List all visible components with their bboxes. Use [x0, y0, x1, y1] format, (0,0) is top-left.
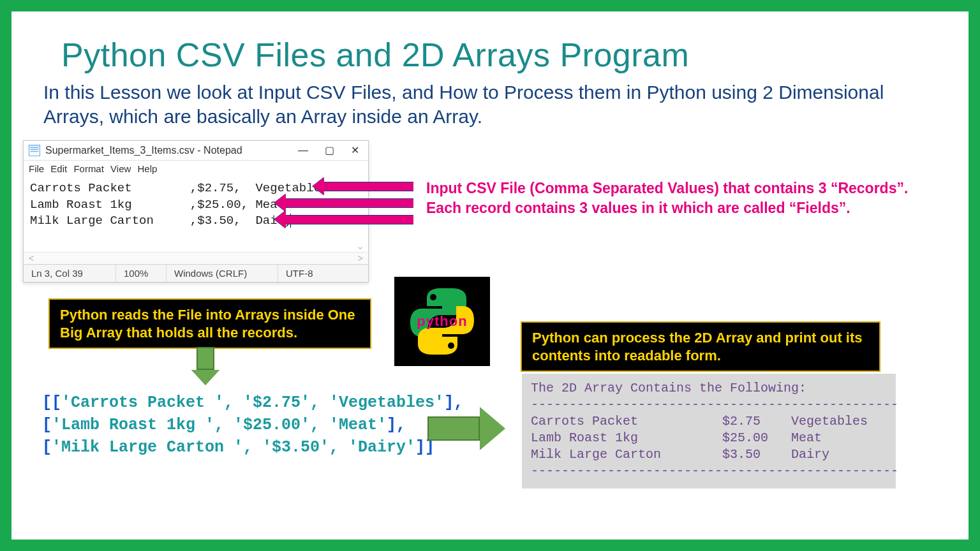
notepad-title: Supermarket_Items_3_Items.csv - Notepad [45, 145, 242, 156]
program-output: The 2D Array Contains the Following: ---… [522, 374, 896, 489]
menu-format[interactable]: Format [73, 163, 104, 174]
page-title: Python CSV Files and 2D Arrays Program [61, 36, 689, 74]
maximize-icon[interactable]: ▢ [325, 144, 334, 156]
notepad-statusbar: Ln 3, Col 39 100% Windows (CRLF) UTF-8 [24, 264, 368, 282]
arrow-record-3 [286, 215, 413, 224]
svg-point-1 [448, 342, 454, 349]
array-row-2: ['Lamb Roast 1kg ', '$25.00', 'Meat'], [42, 414, 463, 436]
slide-body: Python CSV Files and 2D Arrays Program I… [11, 11, 969, 540]
menu-edit[interactable]: Edit [50, 163, 67, 174]
python-logo: python [394, 277, 490, 366]
callout-process-print: Python can process the 2D Array and prin… [521, 321, 880, 372]
notepad-icon [29, 145, 40, 156]
arrow-record-2 [286, 198, 413, 208]
status-eol: Windows (CRLF) [167, 265, 278, 282]
scroll-hint: ⌄ [24, 242, 368, 252]
notepad-window: Supermarket_Items_3_Items.csv - Notepad … [23, 140, 369, 283]
menu-file[interactable]: File [29, 163, 44, 174]
slide-frame: Python CSV Files and 2D Arrays Program I… [0, 0, 980, 551]
array-row-3: ['Milk Large Carton ', '$3.50', 'Dairy']… [42, 436, 463, 459]
window-controls: — ▢ ✕ [298, 144, 363, 156]
close-icon[interactable]: ✕ [351, 144, 359, 156]
csv-explanation: Input CSV File (Comma Separated Values) … [426, 179, 917, 218]
menu-help[interactable]: Help [137, 163, 157, 174]
horizontal-scrollbar[interactable]: <> [24, 252, 368, 264]
page-subtitle: In this Lesson we look at Input CSV File… [43, 80, 911, 128]
arrow-record-1 [324, 182, 413, 191]
status-encoding: UTF-8 [278, 265, 368, 282]
arrow-right-icon [427, 407, 505, 450]
notepad-titlebar: Supermarket_Items_3_Items.csv - Notepad … [24, 141, 368, 161]
csv-line-3: Milk Large Carton ,$3.50, Dairy [30, 214, 292, 228]
array-literal: [['Carrots Packet ', '$2.75', 'Vegetable… [42, 392, 463, 459]
csv-line-2: Lamb Roast 1kg ,$25.00, Meat [30, 198, 285, 212]
array-row-1: [['Carrots Packet ', '$2.75', 'Vegetable… [42, 392, 463, 414]
menu-view[interactable]: View [110, 163, 131, 174]
arrow-down-icon [191, 347, 219, 385]
notepad-menubar: File Edit Format View Help [24, 161, 368, 178]
minimize-icon[interactable]: — [298, 145, 308, 156]
callout-read-arrays: Python reads the File into Arrays inside… [48, 298, 371, 349]
csv-line-1: Carrots Packet ,$2.75, Vegetables [30, 181, 328, 195]
status-zoom: 100% [116, 265, 167, 282]
status-position: Ln 3, Col 39 [24, 265, 116, 282]
svg-point-0 [430, 294, 436, 300]
python-label: python [417, 313, 467, 330]
